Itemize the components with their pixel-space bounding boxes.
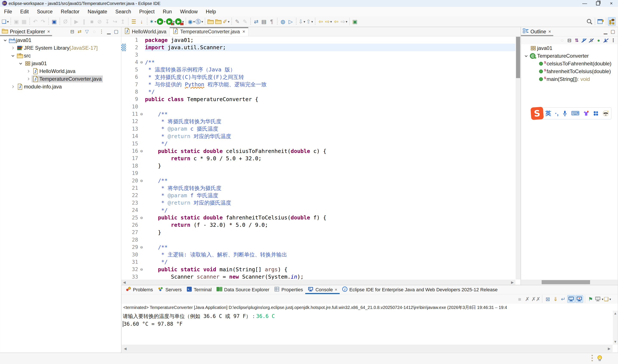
tab-terminal[interactable]: >_Terminal — [184, 285, 214, 294]
code-line-4[interactable]: 4⊖/** — [121, 59, 515, 66]
scrollbar-thumb[interactable] — [542, 280, 590, 284]
code-editor[interactable]: 1package java01;2import java.util.Scanne… — [121, 36, 515, 279]
hide-fields-icon[interactable]: F — [580, 37, 588, 44]
menu-refactor[interactable]: Refactor — [57, 7, 84, 16]
lang-mode-icon[interactable]: 英 — [545, 109, 551, 117]
open-terminal-icon[interactable]: ▣ — [51, 17, 58, 26]
chevron-right-icon[interactable] — [25, 77, 32, 81]
display-selected-console-icon[interactable]: ▾ — [594, 295, 603, 303]
undo-icon[interactable]: ↶ — [32, 17, 39, 26]
editor-vertical-scrollbar[interactable] — [515, 36, 521, 279]
chevron-right-icon[interactable] — [10, 46, 16, 50]
step-return-icon[interactable]: ↥ — [119, 17, 127, 26]
apps-grid-icon[interactable] — [593, 111, 599, 116]
step-into-icon[interactable]: ↧ — [104, 17, 111, 26]
code-line-30[interactable]: 30 * 主逻辑: 读取输入、解析、判断单位、转换并输出 — [121, 251, 515, 258]
fold-collapse-icon[interactable]: ⊖ — [138, 245, 145, 250]
minimize-view-icon[interactable]: ▁ — [602, 28, 609, 35]
show-selected-element-icon[interactable]: ▤ — [260, 17, 268, 26]
code-line-19[interactable]: 19 — [121, 169, 515, 177]
close-button[interactable]: × — [605, 0, 618, 7]
save-icon[interactable]: ▣ — [13, 17, 20, 26]
manage-reviews-icon[interactable]: ✎ — [234, 17, 241, 26]
skin-icon[interactable] — [583, 110, 589, 116]
web-service-explorer-icon[interactable]: Ⓢ▾ — [195, 17, 203, 26]
view-menu-icon[interactable]: ⋮ — [610, 37, 617, 44]
profile-icon[interactable]: ▶▾ — [175, 17, 184, 26]
notifications-icon[interactable] — [596, 355, 603, 362]
coverage-icon[interactable]: ▶▾ — [166, 17, 175, 26]
pin-console-icon[interactable]: ⚑ — [587, 295, 594, 303]
tab-servers[interactable]: Servers — [155, 285, 184, 294]
code-line-1[interactable]: 1package java01; — [121, 36, 515, 44]
remove-all-terminated-icon[interactable]: ✗✗ — [531, 295, 541, 303]
code-line-9[interactable]: 9public class TemperatureConverter { — [121, 95, 515, 103]
project-item-temperatureconverter.java[interactable]: JTemperatureConverter.java — [0, 75, 121, 83]
show-on-stderr-icon[interactable]: × — [575, 295, 583, 303]
show-on-stdout-icon[interactable] — [567, 295, 575, 303]
maximize-view-icon[interactable]: ▢ — [609, 28, 617, 35]
code-line-31[interactable]: 31 */ — [121, 258, 515, 266]
code-line-26[interactable]: 26 return (f - 32.0) * 5.0 / 9.0; — [121, 221, 515, 229]
run-external-tools-icon[interactable]: ▷ — [287, 17, 294, 26]
sort-icon[interactable]: ⇅ — [573, 37, 580, 44]
new-web-service-icon[interactable]: ◉▾ — [188, 17, 195, 26]
project-item-jre-system-library[interactable]: JRE System Library [JavaSE-17] — [0, 44, 121, 52]
next-edit-location-icon[interactable]: ⇨▾ — [325, 17, 332, 26]
focus-on-active-task-icon[interactable]: ◌ — [90, 28, 98, 35]
collapse-all-icon[interactable]: ⊟ — [566, 37, 573, 44]
fold-collapse-icon[interactable]: ⊖ — [138, 60, 145, 65]
fold-collapse-icon[interactable]: ⊖ — [138, 148, 145, 154]
code-line-7[interactable]: 7 * 与你提供的 Python 程序功能、逻辑完全一致 — [121, 81, 515, 88]
editor-tab-temperatureconverter.java[interactable]: JTemperatureConverter.java× — [169, 27, 248, 36]
chevron-down-icon[interactable] — [10, 54, 16, 58]
forward-icon[interactable]: ⇨▾ — [340, 17, 348, 26]
tab-outline[interactable]: Outline × — [521, 27, 553, 36]
code-line-2[interactable]: 2import java.util.Scanner; — [121, 44, 515, 51]
restore-button[interactable] — [591, 0, 605, 7]
code-line-12[interactable]: 12 * 将摄氏度转换为华氏度 — [121, 118, 515, 125]
new-wizard-icon[interactable]: ❏▾ — [1, 17, 9, 26]
previous-edit-location-icon[interactable]: ⇦ — [317, 17, 324, 26]
code-line-32[interactable]: 32⊖ public static void main(String[] arg… — [121, 266, 515, 273]
tab-properties[interactable]: Properties — [272, 285, 305, 294]
tab-eclipse[interactable]: iEclipse IDE for Enterprise Java and Web… — [340, 285, 500, 294]
highlighter-icon[interactable]: ✐▾ — [222, 17, 230, 26]
editor-tab-helloworld.java[interactable]: JHelloWorld.java — [121, 27, 169, 36]
focus-on-active-task-icon[interactable]: ◌ — [558, 37, 566, 44]
scroll-right-arrow[interactable]: ▶ — [511, 280, 514, 284]
use-step-filters-icon[interactable]: ☰ — [130, 17, 137, 26]
save-all-icon[interactable]: ▦ — [20, 17, 28, 26]
java-ee-perspective-icon[interactable] — [608, 17, 616, 26]
minimize-icon[interactable]: ▁ — [105, 28, 113, 35]
code-line-24[interactable]: 24 */ — [121, 207, 515, 214]
tab-problems[interactable]: Problems — [123, 285, 155, 294]
next-annotation-icon[interactable]: ⇩▾ — [298, 17, 306, 26]
debug-icon[interactable]: ✶▾ — [149, 17, 156, 26]
clear-console-icon[interactable]: ⊠ — [544, 295, 551, 303]
fold-collapse-icon[interactable]: ⊖ — [138, 267, 145, 272]
project-item-module-info.java[interactable]: Jmodule-info.java — [0, 83, 121, 91]
code-line-14[interactable]: 14 * @return 对应的华氏温度 — [121, 132, 515, 140]
scroll-right-arrow[interactable]: ▶ — [608, 347, 610, 351]
console-output[interactable]: 请输入要转换的温度与单位（例如 36.6 C 或 97 F）：36.6 C36.… — [122, 311, 613, 345]
mascot-icon[interactable] — [603, 110, 609, 117]
outline-horizontal-scrollbar[interactable] — [521, 280, 618, 285]
code-line-6[interactable]: 6 * 支持摄氏度(C)与华氏度(F)之间互转 — [121, 73, 515, 81]
menu-help[interactable]: Help — [202, 7, 220, 16]
annotate-icon[interactable]: ✎ — [241, 17, 249, 26]
hide-static-members-icon[interactable]: S — [588, 37, 595, 44]
open-console-icon[interactable]: ❏▾ — [604, 295, 611, 303]
fold-collapse-icon[interactable]: ⊖ — [138, 178, 145, 183]
project-item-src[interactable]: src — [0, 52, 121, 60]
run-history-icon[interactable]: ↓ — [138, 17, 145, 26]
maximize-icon[interactable]: ▢ — [113, 28, 120, 35]
tab-console[interactable]: Console× — [305, 285, 339, 294]
code-line-21[interactable]: 21 * 将华氏度转换为摄氏度 — [121, 184, 515, 192]
code-line-8[interactable]: 8 */ — [121, 88, 515, 95]
scroll-up-arrow[interactable]: ▲ — [614, 312, 617, 315]
remove-launch-icon[interactable]: ✗ — [524, 295, 531, 303]
code-line-23[interactable]: 23 * @return 对应的摄氏温度 — [121, 199, 515, 207]
scroll-left-arrow[interactable]: ◀ — [124, 347, 127, 351]
run-icon[interactable]: ▶▾ — [157, 17, 166, 26]
